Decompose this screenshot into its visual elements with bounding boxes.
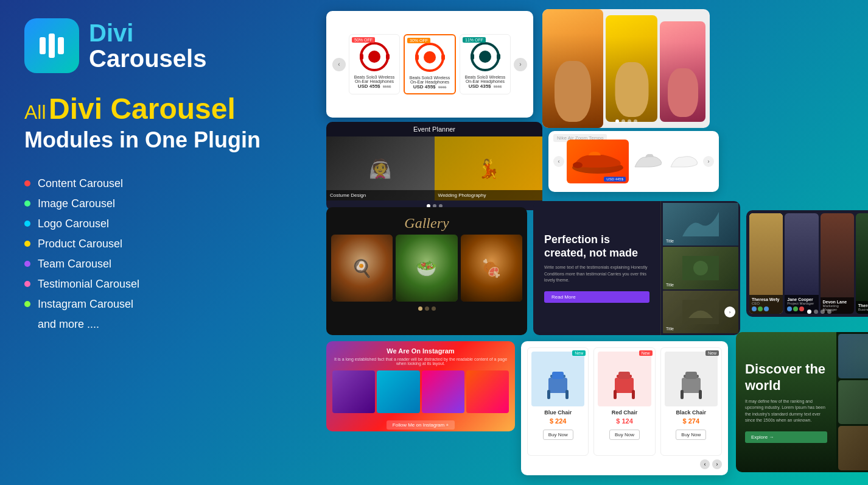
shoe-side-image-2 bbox=[667, 142, 701, 182]
chair-name: Red Chair bbox=[598, 409, 651, 416]
next-arrow[interactable]: › bbox=[703, 156, 714, 167]
team-dots bbox=[807, 310, 831, 314]
gallery-images: 🍳 🥗 🍖 bbox=[331, 235, 522, 302]
gallery-image-1: 🍳 bbox=[331, 235, 393, 302]
svg-rect-31 bbox=[682, 378, 701, 393]
svg-rect-13 bbox=[471, 54, 474, 60]
svg-rect-34 bbox=[685, 372, 697, 379]
buy-button[interactable]: Buy Now bbox=[609, 430, 640, 440]
svg-rect-21 bbox=[548, 378, 567, 393]
headline: All Divi Carousel Modules in One Plugin bbox=[24, 91, 304, 153]
image-card bbox=[660, 21, 705, 122]
left-panel: Divi Carousels All Divi Carousel Modules… bbox=[0, 0, 329, 485]
chair-image-blue bbox=[531, 352, 584, 406]
svg-rect-26 bbox=[615, 378, 634, 393]
logo-area: Divi Carousels bbox=[24, 18, 304, 73]
svg-rect-29 bbox=[618, 372, 630, 379]
product-badge: 30% OFF bbox=[407, 38, 430, 43]
instagram-title: We Are On Instagram bbox=[332, 347, 509, 355]
svg-rect-14 bbox=[497, 54, 500, 60]
content-thumbnail-3: Title › bbox=[663, 291, 738, 333]
gallery-image-3: 🍖 bbox=[461, 235, 522, 302]
discover-image-2: Title Name bbox=[838, 380, 868, 425]
product-card: 11% OFF Beats Solo3 Wireless On-Ear Head… bbox=[460, 34, 511, 94]
svg-point-12 bbox=[479, 51, 491, 63]
and-more-text: and more .... bbox=[38, 318, 304, 331]
thumbnail-label: Title bbox=[666, 239, 674, 243]
content-thumbnail-2: Title bbox=[663, 247, 738, 289]
person-name: Theresa Wefy bbox=[752, 297, 780, 302]
gallery-title: Gallery bbox=[331, 212, 522, 235]
list-item: Product Carousel bbox=[24, 238, 304, 250]
buy-button[interactable]: Buy Now bbox=[676, 430, 706, 440]
svg-point-4 bbox=[368, 51, 380, 63]
image-card bbox=[606, 15, 657, 122]
svg-rect-32 bbox=[681, 390, 684, 399]
team-member-card: Devon Lane Marketing Manager bbox=[821, 213, 854, 314]
person-name: Devon Lane bbox=[823, 300, 852, 304]
chair-name: Black Chair bbox=[665, 409, 718, 416]
person-role: Business bbox=[858, 308, 868, 311]
svg-rect-2 bbox=[58, 37, 64, 54]
buy-button[interactable]: Buy Now bbox=[543, 430, 573, 440]
feature-list: Content Carousel Image Carousel Logo Car… bbox=[24, 177, 304, 311]
svg-rect-33 bbox=[699, 390, 702, 399]
content-thumbnail-1: Title bbox=[663, 203, 738, 246]
prev-arrow[interactable]: ‹ bbox=[553, 156, 564, 167]
instagram-image bbox=[466, 370, 509, 413]
team-carousel-preview: Theresa Wefy CEO Jane Cooper Project Man… bbox=[746, 210, 868, 317]
gallery-carousel-preview: Gallery 🍳 🥗 🍖 bbox=[326, 207, 527, 335]
discover-image-1: Robert Cavallo bbox=[838, 334, 868, 378]
bullet-dot bbox=[24, 180, 30, 186]
next-button[interactable]: › bbox=[514, 58, 527, 71]
instagram-subtitle: It is a long established fact that a rea… bbox=[332, 357, 509, 366]
person-name: Jane Cooper bbox=[787, 297, 816, 302]
read-more-button[interactable]: Read More bbox=[544, 291, 649, 303]
event-carousel-preview: Event Planner Costume Design 👰 Wedding P… bbox=[326, 122, 542, 210]
gallery-dots bbox=[331, 306, 522, 311]
svg-rect-27 bbox=[614, 390, 617, 399]
team-member-card: Jane Cooper Project Manager bbox=[785, 213, 818, 314]
content-text: Write some text of the testimonials expl… bbox=[544, 264, 649, 284]
image-card bbox=[542, 9, 603, 128]
thumbnail-label: Title bbox=[666, 283, 674, 287]
previews-area: ‹ 50% OFF Beats Solo3 Wireless On-Ear He… bbox=[320, 0, 868, 485]
explore-button[interactable]: Explore → bbox=[745, 431, 827, 443]
bullet-dot bbox=[24, 281, 30, 287]
logo-text: Divi Carousels bbox=[89, 20, 206, 71]
svg-rect-22 bbox=[547, 390, 550, 399]
event-images: Costume Design 👰 Wedding Photography 💃 bbox=[326, 136, 542, 200]
product-shop-card: New Blue Chair $ 224 Buy Now bbox=[527, 347, 589, 456]
list-item: Image Carousel bbox=[24, 197, 304, 210]
bullet-dot bbox=[24, 241, 30, 247]
shop-nav: ‹ › bbox=[527, 459, 722, 469]
shoe-main-image: USD 445$ bbox=[567, 140, 629, 183]
list-item: Team Carousel bbox=[24, 258, 304, 271]
product-card: 50% OFF Beats Solo3 Wireless On-Ear Head… bbox=[349, 34, 400, 94]
next-arrow[interactable]: › bbox=[724, 306, 735, 317]
discover-image-3: Title Name bbox=[838, 426, 868, 470]
bullet-dot bbox=[24, 301, 30, 307]
list-item: Instagram Carousel bbox=[24, 298, 304, 311]
shop-carousel-preview: New Blue Chair $ 224 Buy Now New bbox=[521, 341, 728, 475]
chair-price: $ 274 bbox=[665, 417, 718, 425]
svg-rect-9 bbox=[415, 54, 419, 60]
person-role: CEO bbox=[752, 302, 780, 305]
product-badge: 11% OFF bbox=[463, 37, 486, 43]
svg-rect-6 bbox=[386, 54, 390, 60]
shop-badge: New bbox=[639, 350, 653, 356]
prev-button[interactable]: ‹ bbox=[700, 459, 710, 469]
content-title: Perfection is created, not made bbox=[544, 233, 649, 260]
image-carousel-preview bbox=[542, 9, 710, 128]
instagram-follow-button[interactable]: Follow Me on Instagram + bbox=[387, 420, 455, 430]
event-label-2: Wedding Photography bbox=[438, 193, 539, 198]
person-name: Theresa bbox=[858, 303, 868, 308]
next-button[interactable]: › bbox=[712, 459, 722, 469]
chair-price: $ 124 bbox=[598, 417, 651, 425]
instagram-grid bbox=[332, 370, 509, 413]
event-label-1: Costume Design bbox=[330, 193, 431, 198]
svg-rect-5 bbox=[360, 54, 363, 60]
event-title: Event Planner bbox=[326, 122, 542, 136]
event-image-2: Wedding Photography 💃 bbox=[435, 136, 543, 200]
prev-button[interactable]: ‹ bbox=[332, 58, 346, 71]
